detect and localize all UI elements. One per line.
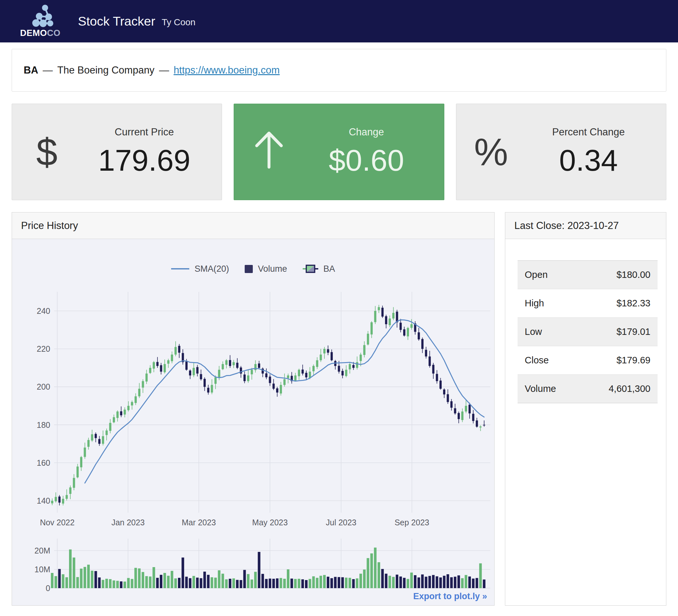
volume-bars [51, 548, 486, 588]
legend-item-volume[interactable]: Volume [245, 264, 287, 274]
dollar-icon: $ [12, 133, 82, 171]
price-axis-tick: 160 [37, 458, 50, 467]
price-axis-tick: 180 [37, 420, 50, 429]
app-title: Stock Tracker [78, 14, 155, 29]
legend-item-sma[interactable]: SMA(20) [171, 264, 229, 274]
price-history-chart-area: 140160180200220240010M20MNov 2022Jan 202… [12, 239, 494, 605]
row-label: Open [518, 261, 580, 289]
legend-label: SMA(20) [194, 264, 229, 274]
volume-axis-tick: 20M [34, 546, 50, 555]
table-row: Close$179.69 [518, 346, 657, 375]
molecule-logo-icon [26, 4, 54, 28]
price-axis-tick: 140 [37, 496, 50, 505]
table-row: High$182.33 [518, 289, 657, 318]
last-close-title: Last Close: 2023-10-27 [505, 212, 666, 239]
price-axis-tick: 240 [37, 306, 50, 316]
date-axis-tick: Mar 2023 [182, 518, 216, 527]
stat-card-change: Change $0.60 [234, 104, 444, 200]
navbar: DEMOCO Stock Tracker Ty Coon [0, 0, 678, 42]
volume-square-swatch [245, 265, 253, 273]
ticker-symbol: BA [24, 65, 38, 76]
legend-label: BA [324, 264, 335, 274]
row-value: $179.69 [580, 346, 657, 375]
table-row: Low$179.01 [518, 318, 657, 346]
stat-card-percent-change: % Percent Change 0.34 [456, 104, 666, 200]
stat-label: Current Price [82, 126, 207, 138]
ticker-summary-bar: BA — The Boeing Company — https://www.bo… [12, 49, 666, 92]
price-axis-tick: 220 [37, 344, 50, 353]
row-value: $180.00 [580, 261, 657, 289]
table-row: Open$180.00 [518, 261, 657, 289]
date-axis-tick: Jan 2023 [112, 518, 145, 527]
company-website-link[interactable]: https://www.boeing.com [174, 65, 280, 76]
volume-axis-tick: 0 [46, 584, 50, 593]
ohlcv-table: Open$180.00High$182.33Low$179.01Close$17… [518, 260, 657, 403]
row-value: $179.01 [580, 318, 657, 346]
stat-value: 0.34 [526, 143, 651, 178]
company-name: The Boeing Company [58, 65, 155, 76]
stat-label: Change [304, 126, 429, 138]
candlestick-swatch-icon [303, 263, 318, 274]
brand-co: CO [47, 28, 61, 38]
price-history-title: Price History [12, 212, 494, 239]
date-axis-tick: May 2023 [252, 518, 288, 527]
app-subtitle: Ty Coon [162, 17, 195, 28]
chart-legend: SMA(20) Volume [12, 263, 494, 274]
stat-card-current-price: $ Current Price 179.69 [12, 104, 222, 200]
stat-label: Percent Change [526, 126, 651, 138]
axis-tick-labels: 140160180200220240010M20MNov 2022Jan 202… [34, 306, 429, 593]
row-label: High [518, 289, 580, 318]
up-arrow-icon [234, 129, 304, 175]
date-axis-tick: Nov 2022 [40, 518, 75, 527]
legend-label: Volume [258, 264, 287, 274]
table-row: Volume4,601,300 [518, 375, 657, 403]
gridlines [54, 292, 490, 588]
price-history-panel: Price History 140160180200220240010M20MN… [12, 212, 495, 606]
stock-tracker-app: { "navbar": { "brand_bold": "DEMO", "bra… [0, 0, 678, 616]
date-axis-tick: Sep 2023 [394, 518, 429, 527]
main-panels: Price History 140160180200220240010M20MN… [12, 212, 666, 606]
percent-icon: % [456, 133, 526, 171]
brand-wordmark: DEMOCO [20, 28, 61, 38]
democo-brand: DEMOCO [20, 4, 61, 38]
row-label: Volume [518, 375, 580, 403]
separator-dash: — [43, 65, 53, 76]
legend-item-ba[interactable]: BA [303, 263, 335, 274]
sma-line-swatch [171, 268, 189, 270]
export-to-plotly-link[interactable]: Export to plot.ly » [413, 591, 487, 602]
separator-dash: — [159, 65, 169, 76]
stat-value: $0.60 [304, 143, 429, 178]
stat-cards-row: $ Current Price 179.69 Change $0.60 % Pe… [12, 104, 666, 200]
date-axis-tick: Jul 2023 [326, 518, 356, 527]
row-label: Close [518, 346, 580, 375]
sma-line [85, 320, 484, 483]
row-value: $182.33 [580, 289, 657, 318]
last-close-panel: Last Close: 2023-10-27 Open$180.00High$1… [505, 212, 666, 606]
brand-demo: DEMO [20, 28, 47, 38]
candlesticks [51, 305, 486, 505]
row-label: Low [518, 318, 580, 346]
stat-value: 179.69 [82, 143, 207, 178]
candlestick-volume-chart[interactable]: 140160180200220240010M20MNov 2022Jan 202… [12, 239, 494, 605]
price-axis-tick: 200 [37, 382, 50, 391]
row-value: 4,601,300 [580, 375, 657, 403]
volume-axis-tick: 10M [34, 565, 50, 574]
